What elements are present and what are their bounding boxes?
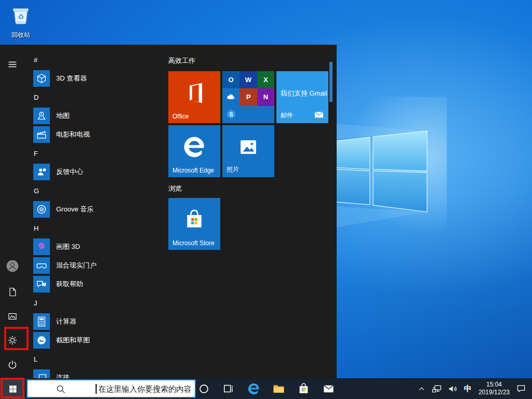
app-list-item-paint3d[interactable]: 画图 3D [29,237,166,256]
tray-tray-overflow-button[interactable] [415,378,429,399]
app-list-letter[interactable]: D [29,88,166,107]
tray-action-center-button[interactable] [513,378,529,399]
paint3d-tile [33,238,50,255]
chevron-up-icon [417,384,426,393]
annotation-box-start [1,378,24,398]
excel-mini-icon: X [257,71,274,88]
action-center-icon [516,383,526,394]
calculator-tile [33,313,50,330]
network-icon [431,383,442,394]
office-logo-icon [182,81,207,105]
taskbar-mail-button[interactable] [316,378,341,399]
user-icon [6,259,19,273]
app-list-item-help[interactable]: ?获取帮助 [29,275,166,294]
taskbar-task-view-button[interactable] [216,378,241,399]
taskbar-cortana-button[interactable] [191,378,216,399]
app-list-item-snip[interactable]: 截图和草图 [29,331,166,350]
rail-pictures-button[interactable] [0,306,25,327]
rail-menu-button[interactable] [0,54,25,75]
app-label: 截图和草图 [56,336,90,345]
start-menu-app-list: #3D 查看器D地图电影和电视F反馈中心GGroove 音乐H画图 3D混合现实… [29,50,166,378]
app-list-letter[interactable]: G [29,181,166,200]
tile-microsoft-store[interactable]: Microsoft Store [168,198,220,250]
pictures-icon [7,311,18,322]
power-icon [7,359,18,370]
app-label: 获取帮助 [56,280,83,289]
app-list-item-mixed-reality[interactable]: 混合现实门户 [29,256,166,275]
tray-ime-indicator[interactable]: 中 [461,384,475,394]
mail-tile-headline: 我们支持 Gmail [281,89,327,98]
taskbar-search-box[interactable] [26,379,196,398]
app-list-item-map-pin[interactable]: 地图 [29,107,166,125]
taskbar-store-button[interactable] [291,378,316,399]
start-menu: #3D 查看器D地图电影和电视F反馈中心GGroove 音乐H画图 3D混合现实… [0,45,337,378]
app-label: 3D 查看器 [56,74,87,83]
storebag-icon [183,208,206,231]
tile-photos[interactable]: 照片 [222,125,274,177]
envelope-icon [314,110,324,120]
mixed-reality-icon [36,260,47,271]
app-list-item-groove[interactable]: Groove 音乐 [29,200,166,219]
rail-power-button[interactable] [0,354,25,375]
taskbar-file-explorer-button[interactable] [266,378,291,399]
taskview-icon [223,383,234,394]
connect-tile [33,369,50,378]
map-pin-icon [36,110,47,122]
tile-office[interactable]: Office [168,71,220,123]
search-input[interactable] [28,380,195,397]
tile-grid: OfficeOWXPNS我们支持 Gmail邮件Microsoft Edge照片 [168,71,330,177]
onedrive-mini-icon [222,88,240,105]
edge-icon [181,134,207,160]
app-label: 混合现实门户 [56,261,97,270]
tile-office-365-apps[interactable]: OWXPNS [222,71,274,123]
onenote-mini-icon: N [257,88,274,105]
feedback-tile [33,164,50,180]
mixed-reality-tile [33,257,50,274]
tile-label: Microsoft Store [172,240,215,247]
taskbar-edge-button[interactable] [241,378,266,399]
movies-tile [33,126,50,143]
app-list-letter[interactable]: L [29,350,166,368]
tray-network-button[interactable] [429,378,445,399]
help-icon: ? [36,278,47,290]
speaker-icon [447,383,458,394]
paint3d-icon [36,241,47,252]
app-list-letter[interactable]: # [29,50,166,69]
system-tray: 中15:042019/12/23 [415,378,529,399]
search-icon [56,384,66,395]
tray-clock[interactable]: 15:042019/12/23 [475,381,513,396]
tile-mail[interactable]: 我们支持 Gmail邮件 [276,71,328,123]
svg-text:♻: ♻ [18,13,24,21]
tray-volume-button[interactable] [445,378,461,399]
snip-icon [36,335,47,346]
rail-documents-button[interactable] [0,282,25,302]
taskbar: 中15:042019/12/23 [0,378,532,399]
document-icon [7,287,18,297]
skype-icon: S [225,109,237,120]
tile-microsoft-edge[interactable]: Microsoft Edge [168,125,220,177]
app-list-item-cube[interactable]: 3D 查看器 [29,69,166,88]
svg-text:S: S [229,111,233,117]
app-list-item-connect[interactable]: 连接 [29,368,166,378]
cortana-icon [198,383,209,394]
calculator-icon [36,316,47,327]
tile-label: 邮件 [281,111,293,120]
groove-tile [33,201,50,218]
groove-icon [36,204,47,215]
app-list-letter[interactable]: J [29,294,166,312]
tile-label: Microsoft Edge [172,167,214,174]
app-list-letter[interactable]: H [29,219,166,237]
app-list-item-movies[interactable]: 电影和电视 [29,125,166,144]
app-list-letter[interactable]: F [29,144,166,163]
app-list-item-feedback[interactable]: 反馈中心 [29,163,166,181]
tiles-scrollbar[interactable] [329,62,332,102]
movies-icon [36,129,47,140]
edge-icon [247,382,261,396]
hamburger-icon [7,59,18,70]
rail-user-button[interactable] [0,256,25,276]
app-list-item-calculator[interactable]: 计算器 [29,312,166,331]
recycle-bin-desktop-icon[interactable]: ♻ 回收站 [7,4,35,39]
text-caret [96,384,97,394]
map-pin-tile [33,108,50,124]
tray-date: 2019/12/23 [478,389,510,396]
